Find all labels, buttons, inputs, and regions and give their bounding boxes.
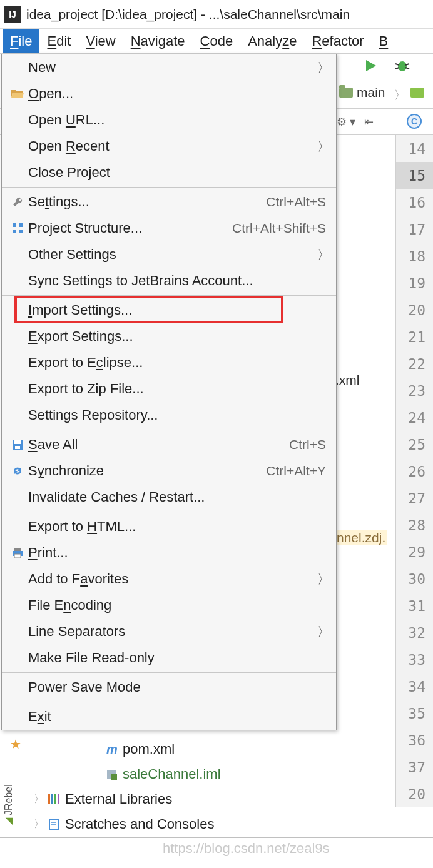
node-label: External Libraries	[65, 791, 172, 807]
line-number[interactable]: 18	[396, 243, 433, 270]
menu-item-invalidate-caches-restart[interactable]: Invalidate Caches / Restart...	[2, 484, 336, 510]
menu-item-open-recent[interactable]: Open Recent〉	[2, 133, 336, 159]
menu-item-file-encoding[interactable]: File Encoding	[2, 592, 336, 618]
menu-file[interactable]: File	[3, 29, 39, 53]
line-number[interactable]: 17	[396, 216, 433, 243]
line-number[interactable]: 14	[396, 135, 433, 162]
line-number[interactable]: 24	[396, 404, 433, 431]
editor-text-fragment: .xml	[335, 373, 360, 388]
shortcut-label: Ctrl+Alt+Shift+S	[232, 221, 326, 236]
menu-item-label: Export to HTML...	[28, 518, 330, 535]
file-type-icon[interactable]: C	[407, 114, 422, 129]
menu-refactor[interactable]: Refactor	[304, 29, 371, 53]
menu-item-label: Line Separators	[28, 623, 315, 640]
run-icon[interactable]	[364, 59, 378, 73]
menu-item-import-settings[interactable]: Import Settings...	[2, 297, 336, 323]
line-number[interactable]: 25	[396, 431, 433, 458]
menu-item-sync-settings-to-jetbrains-account[interactable]: Sync Settings to JetBrains Account...	[2, 268, 336, 294]
folder-icon[interactable]	[410, 88, 424, 98]
menu-item-other-settings[interactable]: Other Settings〉	[2, 241, 336, 268]
menu-item-export-to-html[interactable]: Export to HTML...	[2, 513, 336, 540]
line-number[interactable]: 30	[396, 565, 433, 592]
svg-rect-22	[49, 819, 58, 829]
svg-rect-19	[51, 794, 53, 804]
menu-item-synchronize[interactable]: SynchronizeCtrl+Alt+Y	[2, 458, 336, 484]
menu-item-label: Synchronize	[28, 463, 266, 479]
menu-code[interactable]: Code	[193, 29, 241, 53]
menu-item-exit[interactable]: Exit	[2, 704, 336, 730]
folder-open-icon	[8, 88, 27, 99]
line-number[interactable]: 34	[396, 673, 433, 700]
menu-item-label: Sync Settings to JetBrains Account...	[28, 273, 330, 289]
project-node-external-libraries[interactable]: 〉 External Libraries	[0, 787, 394, 812]
print-icon	[8, 547, 27, 559]
collapse-icon[interactable]: ⇤	[364, 115, 374, 129]
expand-icon[interactable]: 〉	[34, 793, 44, 806]
submenu-arrow-icon: 〉	[317, 59, 330, 76]
line-number[interactable]: 33	[396, 646, 433, 673]
menu-item-label: Make File Read-only	[28, 650, 330, 666]
line-number[interactable]: 15	[396, 162, 433, 189]
line-number[interactable]: 27	[396, 485, 433, 512]
menu-item-label: Import Settings...	[28, 302, 330, 318]
menu-item-export-to-zip-file[interactable]: Export to Zip File...	[2, 376, 336, 402]
menu-b[interactable]: B	[372, 29, 396, 53]
maven-file-icon: m	[105, 742, 119, 756]
statusbar-divider	[0, 837, 433, 838]
menu-item-open-url[interactable]: Open URL...	[2, 107, 336, 133]
project-file-pom[interactable]: m pom.xml	[0, 737, 394, 762]
expand-icon[interactable]: 〉	[34, 818, 44, 831]
line-number[interactable]: 32	[396, 619, 433, 646]
menu-item-export-to-eclipse[interactable]: Export to Eclipse...	[2, 350, 336, 376]
project-file-iml[interactable]: saleChannel.iml	[0, 762, 394, 787]
scratches-icon	[48, 817, 61, 831]
line-number[interactable]: 20	[396, 296, 433, 323]
menu-navigate[interactable]: Navigate	[123, 29, 193, 53]
menu-item-label: Export to Eclipse...	[28, 355, 330, 371]
line-number[interactable]: 21	[396, 323, 433, 350]
line-number[interactable]: 23	[396, 377, 433, 404]
line-number[interactable]: 20	[396, 780, 433, 807]
menu-item-new[interactable]: New〉	[2, 54, 336, 81]
line-number[interactable]: 22	[396, 350, 433, 377]
line-number[interactable]: 36	[396, 727, 433, 754]
menu-item-label: Invalidate Caches / Restart...	[28, 489, 330, 505]
menu-item-label: Settings...	[28, 194, 266, 210]
menu-item-settings-repository[interactable]: Settings Repository...	[2, 402, 336, 428]
menu-item-close-project[interactable]: Close Project	[2, 159, 336, 186]
line-number[interactable]: 37	[396, 754, 433, 780]
menu-item-save-all[interactable]: Save AllCtrl+S	[2, 431, 336, 458]
breadcrumb-item-main[interactable]: main	[339, 85, 385, 100]
menu-analyze[interactable]: Analyze	[240, 29, 304, 53]
menu-edit[interactable]: Edit	[39, 29, 78, 53]
menu-view[interactable]: View	[78, 29, 123, 53]
line-number[interactable]: 19	[396, 270, 433, 296]
svg-rect-20	[54, 794, 56, 804]
menu-item-settings[interactable]: Settings...Ctrl+Alt+S	[2, 189, 336, 215]
menu-item-print[interactable]: Print...	[2, 540, 336, 566]
menu-item-make-file-read-only[interactable]: Make File Read-only	[2, 645, 336, 671]
gear-icon[interactable]: ⚙ ▾	[337, 115, 355, 129]
project-tree: m pom.xml saleChannel.iml 〉 External Lib…	[0, 737, 394, 837]
debug-icon[interactable]	[394, 59, 410, 73]
menu-item-label: Close Project	[28, 164, 330, 181]
tool-window-tab-jrebel[interactable]: ◢ JRebel	[3, 784, 14, 825]
file-label: pom.xml	[123, 741, 175, 757]
menu-item-add-to-favorites[interactable]: Add to Favorites〉	[2, 566, 336, 592]
line-number[interactable]: 35	[396, 700, 433, 727]
line-number[interactable]: 28	[396, 512, 433, 538]
line-number[interactable]: 16	[396, 189, 433, 216]
line-number[interactable]: 31	[396, 592, 433, 619]
node-label: Scratches and Consoles	[65, 816, 214, 832]
line-number[interactable]: 26	[396, 458, 433, 485]
project-node-scratches[interactable]: 〉 Scratches and Consoles	[0, 812, 394, 837]
menu-item-open[interactable]: Open...	[2, 81, 336, 107]
menu-item-export-settings[interactable]: Export Settings...	[2, 323, 336, 350]
menu-item-label: Open...	[28, 86, 330, 102]
menu-item-line-separators[interactable]: Line Separators〉	[2, 618, 336, 645]
menu-item-label: Save All	[28, 437, 289, 453]
svg-point-1	[398, 61, 407, 71]
menu-item-project-structure[interactable]: Project Structure...Ctrl+Alt+Shift+S	[2, 215, 336, 241]
menu-item-power-save-mode[interactable]: Power Save Mode	[2, 674, 336, 700]
line-number[interactable]: 29	[396, 538, 433, 565]
